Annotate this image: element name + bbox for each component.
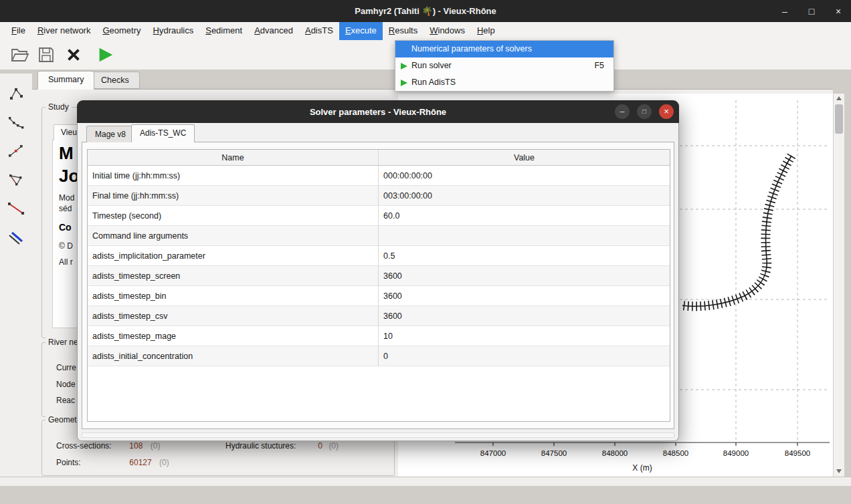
param-name-cell[interactable]: adists_timestep_bin [88, 286, 379, 306]
structures-value: 0 [318, 441, 322, 451]
param-name-cell[interactable]: Initial time (jj:hh:mm:ss) [88, 166, 379, 186]
longitudinal-profile-icon [7, 114, 25, 131]
cross-sections-label: Cross-sections: [56, 441, 127, 451]
dialog-minimize-icon[interactable]: – [615, 104, 630, 119]
study-heading-line2: Jo [59, 166, 79, 186]
desktop-background [0, 486, 851, 504]
cross-section-icon [7, 142, 25, 160]
river-network-item-reaches: Reac [56, 396, 75, 405]
param-value-cell[interactable]: 3600 [379, 306, 670, 326]
mesh-icon [7, 171, 25, 188]
menu-windows[interactable]: Windows [423, 22, 471, 40]
dialog-tab-adis-ts-wc[interactable]: Adis-TS_WC [131, 124, 195, 142]
tool-sections-button[interactable] [5, 140, 27, 162]
river-reach-centerline [682, 156, 791, 306]
menu-adists[interactable]: AdisTS [299, 22, 339, 40]
minimize-icon[interactable]: – [779, 6, 791, 17]
points-count-row: Points: 60127 (0) [56, 458, 169, 467]
menu-help[interactable]: Help [471, 22, 501, 40]
param-name-cell[interactable]: adists_timestep_mage [88, 326, 379, 346]
save-icon [36, 45, 56, 65]
menu-item-label: Run solver [411, 61, 452, 70]
menu-sediment[interactable]: Sediment [199, 22, 248, 40]
left-tool-column [0, 74, 32, 477]
study-desc-line2: séd [59, 204, 72, 213]
river-reach-hatching [682, 156, 791, 306]
scroll-down-button[interactable] [834, 467, 844, 476]
play-icon [96, 45, 114, 64]
param-value-cell[interactable]: 60.0 [379, 206, 670, 226]
param-value-cell[interactable]: 10 [379, 326, 670, 346]
param-value-cell[interactable]: 0 [379, 346, 670, 366]
river-network-item-nodes: Node [56, 380, 76, 389]
column-header-value[interactable]: Value [379, 150, 670, 166]
x-tick-848500: 848500 [663, 449, 688, 457]
x-tick-847000: 847000 [480, 449, 506, 457]
menu-item-run-adists[interactable]: Run AdisTS [395, 74, 613, 91]
dialog-tab-mage-v8[interactable]: Mage v8 [86, 126, 134, 142]
vertical-scrollbar[interactable] [833, 94, 844, 477]
param-name-cell[interactable]: adists_implicitation_parameter [88, 246, 379, 266]
menu-river-network[interactable]: River network [31, 22, 96, 40]
dialog-maximize-icon[interactable]: □ [637, 104, 652, 119]
tool-transect-button[interactable] [5, 227, 27, 248]
tool-mesh-button[interactable] [5, 169, 27, 191]
column-header-name[interactable]: Name [88, 150, 379, 166]
menu-execute[interactable]: Execute [339, 22, 383, 40]
cross-sections-suffix: (0) [151, 441, 161, 451]
play-icon [400, 79, 408, 87]
menu-advanced[interactable]: Advanced [248, 22, 299, 40]
study-desc-line1: Mod [59, 193, 74, 203]
param-name-cell[interactable]: Final time (jj:hh:mm:ss) [88, 186, 379, 206]
study-rights: All r [59, 257, 73, 267]
tool-slope-button[interactable] [5, 198, 27, 219]
points-suffix: (0) [159, 458, 169, 467]
menu-file[interactable]: File [5, 22, 31, 40]
param-value-cell[interactable] [379, 226, 670, 246]
execute-menu-dropdown: Numerical parameters of solvers Run solv… [395, 40, 614, 92]
slope-icon [7, 200, 25, 217]
save-study-button[interactable] [35, 43, 58, 66]
menu-item-numerical-parameters[interactable]: Numerical parameters of solvers [395, 41, 613, 57]
open-study-button[interactable] [8, 43, 31, 66]
param-name-cell[interactable]: adists_timestep_screen [88, 266, 379, 286]
scrollbar-thumb[interactable] [835, 104, 843, 134]
x-tick-847500: 847500 [541, 449, 567, 457]
param-name-cell[interactable]: adists_initial_concentration [88, 346, 379, 366]
close-icon[interactable]: × [832, 6, 844, 17]
window-bottom-margin [0, 477, 851, 486]
cross-sections-value: 108 [129, 441, 143, 451]
window-titlebar[interactable]: Pamhyr2 (Tahiti 🌴) - Vieux-Rhône – □ × [0, 0, 851, 22]
param-value-cell[interactable]: 000:00:00:00 [379, 166, 670, 186]
network-icon [7, 85, 25, 102]
param-value-cell[interactable]: 0.5 [379, 246, 670, 266]
close-x-icon [64, 45, 83, 64]
tab-checks[interactable]: Checks [90, 72, 140, 89]
window-title: Pamhyr2 (Tahiti 🌴) - Vieux-Rhône [355, 6, 496, 16]
close-study-button[interactable] [62, 43, 85, 66]
param-name-cell[interactable]: Timestep (second) [88, 206, 379, 226]
x-axis-label: X (m) [632, 463, 652, 473]
tab-summary[interactable]: Summary [37, 71, 94, 90]
tool-network-button[interactable] [5, 83, 27, 104]
tool-profile-button[interactable] [5, 112, 27, 133]
param-name-cell[interactable]: Command line arguments [88, 226, 379, 246]
param-value-cell[interactable]: 3600 [379, 286, 670, 306]
run-solver-toolbar-button[interactable] [94, 43, 116, 66]
dialog-titlebar[interactable]: Solver parameters - Vieux-Rhône – □ × [77, 100, 679, 123]
dialog-resize-strip[interactable] [82, 432, 674, 438]
dialog-close-icon[interactable]: × [659, 104, 674, 119]
dialog-body: Mage v8 Adis-TS_WC Name Value Initial ti… [77, 123, 679, 441]
menu-item-run-solver[interactable]: Run solver F5 [395, 57, 613, 74]
param-value-cell[interactable]: 3600 [379, 266, 670, 286]
menu-geometry[interactable]: Geometry [96, 22, 147, 40]
menu-item-shortcut: F5 [594, 57, 604, 74]
menu-results[interactable]: Results [383, 22, 423, 40]
menu-hydraulics[interactable]: Hydraulics [147, 22, 200, 40]
param-name-cell[interactable]: adists_timestep_csv [88, 306, 379, 326]
param-value-cell[interactable]: 003:00:00:00 [379, 186, 670, 206]
scroll-up-button[interactable] [834, 94, 844, 103]
plot-axis [455, 443, 830, 446]
points-label: Points: [56, 458, 127, 467]
maximize-icon[interactable]: □ [806, 6, 818, 17]
